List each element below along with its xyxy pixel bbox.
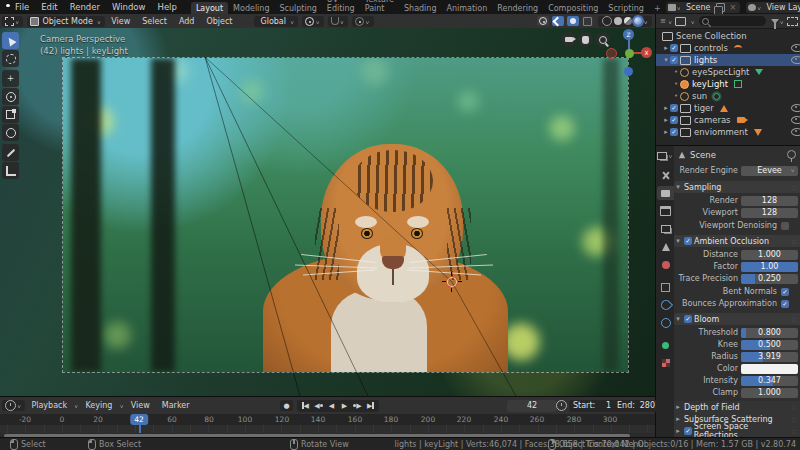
ao-factor-slider[interactable]: 1.00 — [741, 262, 798, 272]
current-frame-field[interactable]: 42 — [507, 400, 557, 412]
outliner-item-label[interactable]: enviomment — [694, 127, 748, 137]
tab-render[interactable] — [657, 186, 674, 200]
pivot-point-dropdown[interactable]: ∨ — [302, 16, 323, 27]
viewport-3d[interactable]: Camera Perspective (42) lights | keyLigh… — [0, 28, 655, 396]
bloom-clamp-field[interactable]: 1.000 — [741, 388, 798, 398]
collapse-icon[interactable]: ▾ — [662, 56, 670, 64]
tab-constraints[interactable] — [657, 298, 674, 312]
outliner-item-label[interactable]: controls — [694, 43, 728, 53]
play-button[interactable]: ▶ — [338, 400, 351, 411]
xray-toggle[interactable] — [567, 16, 579, 26]
outliner-row-cameras[interactable]: ▸ ✓ cameras — [656, 114, 800, 126]
tool-measure[interactable] — [2, 162, 19, 179]
frame-start-field[interactable]: Start:1 — [569, 400, 615, 412]
tab-output[interactable] — [657, 204, 674, 218]
gizmo-z-axis[interactable]: Z — [623, 29, 634, 40]
timeline-ruler[interactable]: -20 0 20 60 80 100 120 140 160 180 200 2… — [0, 414, 655, 425]
tool-annotate[interactable] — [2, 144, 19, 161]
bloom-radius-slider[interactable]: 3.919 — [741, 352, 798, 362]
show-overlays-dropdown[interactable] — [552, 16, 564, 26]
timeline-track-area[interactable] — [0, 425, 655, 433]
gizmo-z-neg[interactable] — [624, 67, 633, 76]
timeline-editor-type-button[interactable]: ∨ — [2, 400, 25, 411]
menu-view-timeline[interactable]: View — [125, 401, 156, 410]
eye-icon[interactable] — [791, 128, 800, 136]
render-engine-dropdown[interactable]: Eevee ∨ — [741, 166, 798, 176]
jump-to-end-button[interactable]: ▶ — [364, 400, 377, 411]
collection-checkbox[interactable]: ✓ — [670, 128, 678, 136]
section-ambient-occlusion[interactable]: ▾ ✓ Ambient Occlusion ∷ — [674, 235, 800, 247]
collection-checkbox[interactable]: ✓ — [670, 116, 678, 124]
bloom-knee-slider[interactable]: 0.500 — [741, 340, 798, 350]
expand-icon[interactable]: ▸ — [662, 44, 670, 52]
viewport-denoising-checkbox[interactable] — [781, 222, 789, 230]
area-light-data-icon[interactable] — [734, 80, 742, 88]
menu-view[interactable]: View — [105, 17, 136, 26]
outliner-row-sun[interactable]: • sun — [656, 90, 800, 102]
playhead-line[interactable] — [139, 425, 141, 433]
filter-id-icon[interactable] — [675, 17, 686, 26]
section-bloom[interactable]: ▾ ✓ Bloom ∷ — [674, 313, 800, 325]
menu-edit[interactable]: Edit — [35, 2, 63, 12]
expand-icon[interactable]: ▸ — [662, 116, 670, 124]
bloom-checkbox[interactable]: ✓ — [684, 315, 692, 323]
expand-icon[interactable]: ▸ — [662, 128, 670, 136]
ao-checkbox[interactable]: ✓ — [684, 237, 692, 245]
outliner-item-label[interactable]: keyLight — [692, 79, 728, 89]
tab-texture[interactable] — [657, 356, 674, 370]
playhead-label[interactable]: 42 — [130, 414, 148, 425]
ao-distance-field[interactable]: 1.000 — [741, 250, 798, 260]
tab-texture-paint[interactable]: Texture Paint — [360, 0, 399, 14]
view-layer-selector[interactable]: ∨ View Layer × — [746, 2, 800, 13]
gizmo-x-axis[interactable]: X — [641, 47, 652, 58]
ao-trace-precision-slider[interactable]: 0.250 — [741, 274, 798, 284]
outliner-row-eyespeclight[interactable]: • eyeSpecLight — [656, 66, 800, 78]
show-gizmo-dropdown[interactable] — [537, 16, 549, 26]
sun-light-data-icon[interactable] — [713, 93, 720, 100]
ssr-checkbox[interactable]: ✓ — [684, 427, 692, 435]
tab-modeling[interactable]: Modeling — [228, 2, 274, 14]
next-keyframe-button[interactable]: ▶ — [351, 400, 364, 411]
material-preview-icon[interactable] — [624, 17, 632, 25]
outliner-row-keylight[interactable]: • keyLight — [656, 78, 800, 90]
outliner-item-label[interactable]: Scene Collection — [676, 31, 747, 41]
display-mode-icon[interactable]: ≡ — [659, 17, 667, 25]
collection-checkbox[interactable]: ✓ — [670, 56, 678, 64]
expand-icon[interactable]: ▸ — [662, 104, 670, 112]
menu-file[interactable]: File — [9, 2, 35, 12]
tool-rotate[interactable] — [2, 88, 19, 105]
wireframe-shading-icon[interactable] — [602, 16, 612, 26]
eye-icon[interactable] — [791, 116, 800, 124]
previous-keyframe-button[interactable]: ◀ — [312, 400, 325, 411]
play-reverse-button[interactable]: ◀ — [325, 400, 338, 411]
outliner-item-label[interactable]: cameras — [694, 115, 731, 125]
tab-view-layer[interactable] — [657, 222, 674, 236]
menu-object[interactable]: Object — [200, 17, 238, 26]
auto-keying-button[interactable]: ● — [280, 400, 293, 411]
eye-icon[interactable] — [791, 56, 800, 64]
solid-shading-icon[interactable] — [614, 17, 622, 25]
tool-move[interactable]: + — [2, 70, 19, 87]
collection-checkbox[interactable]: ✓ — [670, 104, 678, 112]
add-workspace-button[interactable]: + — [649, 2, 666, 14]
menu-window[interactable]: Window — [106, 2, 152, 12]
bloom-intensity-slider[interactable]: 0.347 — [741, 376, 798, 386]
outliner-search-input[interactable] — [699, 16, 766, 26]
tool-transform[interactable] — [2, 124, 19, 141]
tab-physics[interactable] — [657, 316, 674, 330]
compositor-toggle[interactable] — [582, 16, 594, 26]
tool-scale[interactable] — [2, 106, 19, 123]
scene-selector[interactable]: ∨ Scene × — [666, 2, 741, 13]
frame-end-field[interactable]: End:280 — [613, 400, 659, 412]
tab-world[interactable] — [657, 258, 674, 272]
tab-scripting[interactable]: Scripting — [603, 2, 649, 14]
tab-animation[interactable]: Animation — [441, 2, 492, 14]
outliner-item-label[interactable]: tiger — [694, 103, 714, 113]
menu-marker[interactable]: Marker — [156, 401, 196, 410]
close-icon[interactable]: × — [727, 3, 738, 12]
eye-icon[interactable] — [791, 104, 800, 112]
outliner-item-label[interactable]: eyeSpecLight — [692, 67, 749, 77]
collection-checkbox[interactable]: ✓ — [670, 44, 678, 52]
bent-normals-checkbox[interactable]: ✓ — [781, 288, 789, 296]
section-screen-space-reflections[interactable]: ▸ ✓ Screen Space Reflections ∷ — [674, 425, 800, 437]
